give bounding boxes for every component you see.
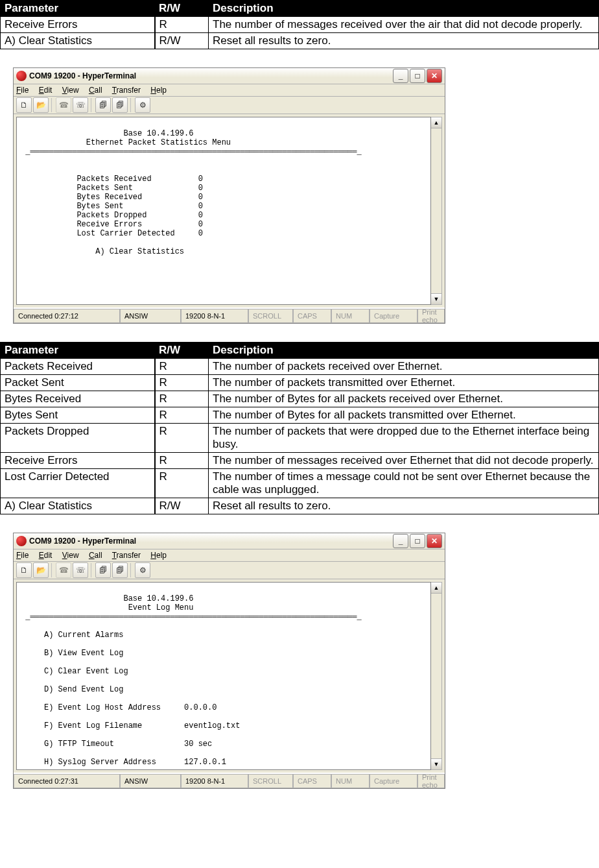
properties-icon[interactable]: ⚙ [135, 97, 150, 113]
status-printecho: Print echo [417, 309, 445, 323]
close-button[interactable]: ✕ [427, 534, 442, 548]
scrollbar[interactable]: ▲ ▼ [431, 582, 442, 770]
table-header-row: Parameter R/W Description [1, 1, 599, 17]
status-capture: Capture [370, 309, 417, 323]
receive-icon[interactable]: 🗐 [112, 97, 128, 113]
window-title: COM9 19200 - HyperTerminal [29, 71, 393, 80]
status-scroll: SCROLL [248, 309, 293, 323]
table-row: Bytes ReceivedRThe number of Bytes for a… [1, 391, 599, 407]
status-caps: CAPS [293, 309, 331, 323]
new-icon[interactable]: 🗋 [16, 562, 32, 578]
col-rw: R/W [155, 343, 209, 359]
disconnect-icon[interactable]: ☏ [73, 562, 88, 578]
status-printecho: Print echo [417, 774, 445, 788]
properties-icon[interactable]: ⚙ [135, 562, 150, 578]
status-capture: Capture [370, 774, 417, 788]
close-button[interactable]: ✕ [427, 69, 442, 83]
statusbar: Connected 0:27:12 ANSIW 19200 8-N-1 SCRO… [14, 307, 445, 323]
titlebar: COM9 19200 - HyperTerminal _ □ ✕ [14, 68, 445, 84]
terminal-area[interactable]: Base 10.4.199.6 Ethernet Packet Statisti… [16, 117, 431, 305]
col-parameter: Parameter [1, 1, 155, 17]
col-description: Description [209, 1, 599, 17]
table-row: Lost Carrier DetectedRThe number of time… [1, 469, 599, 498]
table-row: Packet SentRThe number of packets transm… [1, 375, 599, 391]
table-row: Packets DroppedRThe number of packets th… [1, 424, 599, 453]
menubar: File Edit View Call Transfer Help [14, 84, 445, 97]
menu-help[interactable]: Help [150, 86, 167, 95]
status-caps: CAPS [293, 774, 331, 788]
menu-transfer[interactable]: Transfer [112, 86, 141, 95]
send-icon[interactable]: 🗐 [95, 562, 111, 578]
menu-view[interactable]: View [62, 86, 79, 95]
new-icon[interactable]: 🗋 [16, 97, 32, 113]
table-row: Bytes SentRThe number of Bytes for all p… [1, 407, 599, 424]
col-description: Description [209, 343, 599, 359]
call-icon[interactable]: ☎ [56, 562, 71, 578]
call-icon[interactable]: ☎ [56, 97, 71, 113]
status-connected: Connected 0:27:31 [14, 774, 120, 788]
status-scroll: SCROLL [248, 774, 293, 788]
menu-file[interactable]: File [16, 86, 29, 95]
menu-help[interactable]: Help [150, 551, 167, 560]
menu-call[interactable]: Call [89, 551, 102, 560]
table-row: A) Clear StatisticsR/WReset all results … [1, 33, 599, 49]
menu-edit[interactable]: Edit [39, 551, 53, 560]
menubar: File Edit View Call Transfer Help [14, 549, 445, 562]
status-num: NUM [331, 309, 370, 323]
maximize-button[interactable]: □ [410, 534, 425, 548]
titlebar: COM9 19200 - HyperTerminal _ □ ✕ [14, 533, 445, 549]
scroll-down-icon[interactable]: ▼ [431, 293, 441, 304]
disconnect-icon[interactable]: ☏ [73, 97, 88, 113]
table-row: Packets ReceivedRThe number of packets r… [1, 359, 599, 375]
terminal-area[interactable]: Base 10.4.199.6 Event Log Menu _════════… [16, 582, 431, 770]
toolbar: 🗋 📂 ☎ ☏ 🗐 🗐 ⚙ [14, 562, 445, 579]
scroll-up-icon[interactable]: ▲ [431, 117, 441, 128]
col-parameter: Parameter [1, 343, 155, 359]
parameter-table-2: Parameter R/W Description Packets Receiv… [0, 342, 599, 514]
hyperterminal-window-1: COM9 19200 - HyperTerminal _ □ ✕ File Ed… [13, 67, 445, 324]
app-icon [16, 71, 27, 81]
maximize-button[interactable]: □ [410, 69, 425, 83]
col-rw: R/W [155, 1, 209, 17]
status-num: NUM [331, 774, 370, 788]
status-emulation: ANSIW [120, 774, 181, 788]
hyperterminal-window-2: COM9 19200 - HyperTerminal _ □ ✕ File Ed… [13, 533, 445, 789]
menu-transfer[interactable]: Transfer [112, 551, 141, 560]
menu-view[interactable]: View [62, 551, 79, 560]
table-header-row: Parameter R/W Description [1, 343, 599, 359]
table-row: Receive ErrorsRThe number of messages re… [1, 17, 599, 33]
minimize-button[interactable]: _ [393, 69, 408, 83]
menu-call[interactable]: Call [89, 86, 102, 95]
receive-icon[interactable]: 🗐 [112, 562, 128, 578]
scroll-down-icon[interactable]: ▼ [431, 758, 441, 769]
menu-file[interactable]: File [16, 551, 29, 560]
status-emulation: ANSIW [120, 309, 181, 323]
table-row: Receive ErrorsRThe number of messages re… [1, 453, 599, 469]
open-icon[interactable]: 📂 [33, 97, 49, 113]
send-icon[interactable]: 🗐 [95, 97, 111, 113]
scrollbar[interactable]: ▲ ▼ [431, 117, 442, 305]
open-icon[interactable]: 📂 [33, 562, 49, 578]
statusbar: Connected 0:27:31 ANSIW 19200 8-N-1 SCRO… [14, 773, 445, 788]
menu-edit[interactable]: Edit [39, 86, 53, 95]
scroll-up-icon[interactable]: ▲ [431, 583, 441, 594]
toolbar: 🗋 📂 ☎ ☏ 🗐 🗐 ⚙ [14, 97, 445, 114]
status-connected: Connected 0:27:12 [14, 309, 120, 323]
status-protocol: 19200 8-N-1 [181, 309, 248, 323]
table-row: A) Clear StatisticsR/WReset all results … [1, 498, 599, 514]
window-title: COM9 19200 - HyperTerminal [29, 536, 393, 546]
app-icon [16, 536, 27, 546]
parameter-table-1: Parameter R/W Description Receive Errors… [0, 0, 599, 49]
minimize-button[interactable]: _ [393, 534, 408, 548]
status-protocol: 19200 8-N-1 [181, 774, 248, 788]
